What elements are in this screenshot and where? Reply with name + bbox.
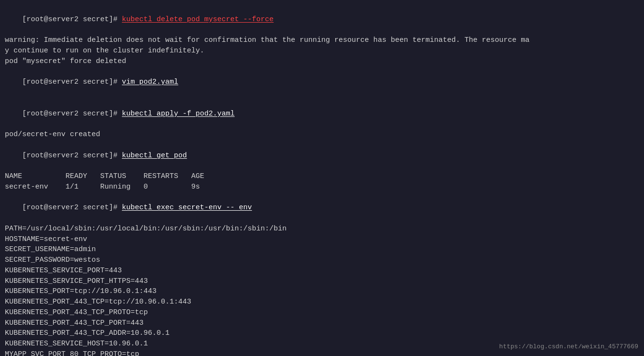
line-3: y continue to run on the cluster indefin… [5, 46, 639, 56]
line-2: warning: Immediate deletion does not wai… [5, 35, 639, 46]
line-10: secret-env 1/1 Running 0 9s [5, 182, 639, 192]
watermark: https://blog.csdn.net/weixin_45777669 [499, 343, 638, 350]
line-20: KUBERNETES_PORT_443_TCP_PROTO=tcp [5, 307, 639, 318]
prompt-1: [root@server2 secret]# [22, 15, 122, 24]
line-8: [root@server2 secret]# kubectl get pod [5, 140, 639, 171]
line-7: pod/secret-env created [5, 129, 639, 140]
cmd-8: kubectl get pod [122, 152, 187, 160]
line-13: HOSTNAME=secret-env [5, 234, 639, 245]
prompt-8: [root@server2 secret]# [22, 152, 122, 160]
line-15: SECRET_PASSWORD=westos [5, 255, 639, 266]
line-11: [root@server2 secret]# kubectl exec secr… [5, 192, 639, 224]
line-12: PATH=/usr/local/sbin:/usr/local/bin:/usr… [5, 224, 639, 234]
line-18: KUBERNETES_PORT=tcp://10.96.0.1:443 [5, 286, 639, 297]
cmd-1: kubectl delete pod mysecret --force [122, 15, 274, 24]
line-5: [root@server2 secret]# vim pod2.yaml [5, 67, 639, 98]
line-19: KUBERNETES_PORT_443_TCP=tcp://10.96.0.1:… [5, 297, 639, 307]
cmd-5: vim pod2.yaml [122, 78, 178, 86]
prompt-5: [root@server2 secret]# [22, 78, 122, 86]
line-9: NAME READY STATUS RESTARTS AGE [5, 171, 639, 182]
cmd-6: kubectl apply -f pod2.yaml [122, 110, 235, 118]
line-14: SECRET_USERNAME=admin [5, 244, 639, 255]
terminal-window[interactable]: [root@server2 secret]# kubectl delete po… [0, 0, 644, 356]
cmd-11: kubectl exec secret-env -- env [122, 203, 252, 212]
line-22: KUBERNETES_PORT_443_TCP_ADDR=10.96.0.1 [5, 328, 639, 339]
prompt-6: [root@server2 secret]# [22, 110, 122, 118]
line-16: KUBERNETES_SERVICE_PORT=443 [5, 266, 639, 276]
line-21: KUBERNETES_PORT_443_TCP_PORT=443 [5, 318, 639, 329]
line-17: KUBERNETES_SERVICE_PORT_HTTPS=443 [5, 276, 639, 287]
line-4: pod "mysecret" force deleted [5, 56, 639, 67]
line-1: [root@server2 secret]# kubectl delete po… [5, 4, 639, 35]
line-6: [root@server2 secret]# kubectl apply -f … [5, 98, 639, 129]
prompt-11: [root@server2 secret]# [22, 203, 122, 212]
